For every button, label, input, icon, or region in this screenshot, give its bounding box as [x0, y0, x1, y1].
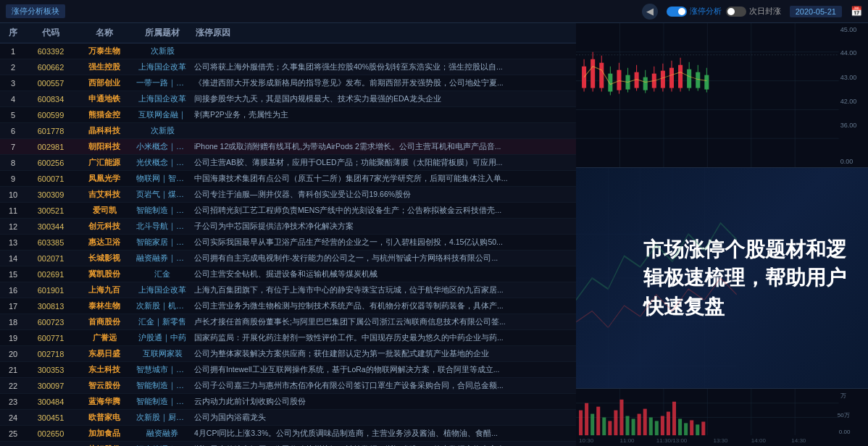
toggle-ciri[interactable]: 次日封涨 [726, 6, 781, 17]
table-row[interactable]: 1 603392 万泰生物 次新股 [0, 43, 576, 59]
table-row[interactable]: 8 600256 广汇能源 光伏概念｜证... 公司主营AB胶、薄膜基材，应用于… [0, 155, 576, 171]
candlestick-chart: 45.00 44.00 43.00 42.00 36.00 0.00 [576, 23, 868, 167]
table-row[interactable]: 9 600071 凤凰光学 物联网｜智能... 中国海康技术集团有点公司（原五十… [0, 171, 576, 187]
table-row[interactable]: 21 300353 东土科技 智慧城市｜物... 公司拥有Intewell工业互… [0, 362, 576, 378]
table-row[interactable]: 6 601778 晶科科技 次新股 [0, 123, 576, 139]
svg-rect-76 [667, 412, 670, 436]
cell-num: 18 [0, 318, 26, 327]
toggle-zhangting-dot[interactable] [667, 7, 687, 17]
toggle-ciri-dot[interactable] [726, 7, 746, 17]
cell-code: 300813 [26, 302, 75, 311]
cell-name: 首商股份 [75, 316, 133, 327]
cell-reason: 云内动力此前计划收购公司股份 [191, 397, 576, 407]
svg-rect-80 [690, 420, 693, 435]
cell-code: 300451 [26, 413, 75, 422]
table-row[interactable]: 26 600126 杭钢股份 污水处理｜环... 浙江最大的综合钢厂；公司收购杭… [0, 442, 576, 446]
svg-rect-77 [672, 402, 676, 435]
cell-reason: 公司主营AB胶、薄膜基材，应用于OLED产品；功能聚酯薄膜（太阳能背板膜）可应用… [191, 158, 576, 168]
table-row[interactable]: 3 000557 西部创业 一带一路｜生... 《推进西部大开发形成新格局的指导… [0, 75, 576, 91]
toggle-group: 涨停分析 次日封涨 [667, 6, 781, 17]
cell-num: 17 [0, 302, 26, 311]
date-badge[interactable]: 2020-05-21 [790, 6, 842, 17]
board-tag[interactable]: 涨停分析板块 [6, 4, 65, 18]
cell-reason: 公司主营业务为微生物检测与控制技术系统产品、有机物分析仪器等制药装备，具体产..… [191, 301, 576, 311]
table-row[interactable]: 25 002650 加加食品 融资融券 4月CPI同比上涨3.3%。公司为优质调… [0, 426, 576, 442]
svg-text:11:30/13:00: 11:30/13:00 [656, 437, 688, 444]
svg-text:11:00: 11:00 [619, 437, 635, 444]
cell-reason: 公司主营安全钻机、掘进设备和运输机械等煤炭机械 [191, 269, 576, 279]
cell-code: 300353 [26, 366, 75, 374]
cell-reason: 公司拥有Intewell工业互联网操作系统，基于LoRa的物联网解决方案，联合阿… [191, 365, 576, 375]
table-row[interactable]: 13 603385 惠达卫浴 智能家居｜碧... 公司实际我国最早从事卫浴产品生… [0, 235, 576, 251]
table-row[interactable]: 18 600723 首商股份 汇金｜新零售 卢长才接任首商股份董事长;与阿里巴巴… [0, 314, 576, 330]
col-header-theme: 所属题材 [133, 27, 191, 39]
table-row[interactable]: 14 002071 长城影视 融资融券｜高... 公司拥有自主完成电视制作-发行… [0, 251, 576, 266]
table-panel: 序 代码 名称 所属题材 涨停原因 1 603392 万泰生物 次新股 2 60… [0, 23, 576, 446]
table-row[interactable]: 15 002691 冀凯股份 汇金 公司主营安全钻机、掘进设备和运输机械等煤炭机… [0, 266, 576, 282]
svg-rect-71 [638, 414, 641, 436]
svg-rect-72 [643, 409, 647, 436]
table-row[interactable]: 23 300484 蓝海华腾 智能制造｜工... 云内动力此前计划收购公司股份 [0, 394, 576, 410]
cell-name: 冀凯股份 [75, 269, 133, 279]
cell-name: 西部创业 [75, 77, 133, 88]
table-row[interactable]: 10 300309 吉艾科技 页岩气｜煤轮... 公司专注于油服—测井仪器、青科… [0, 187, 576, 203]
table-row[interactable]: 7 002981 朝阳科技 小米概念｜次... iPhone 12或取消附赠有线… [0, 139, 576, 155]
cell-name: 惠达卫浴 [75, 237, 133, 248]
table-row[interactable]: 12 300344 创元科技 北斗导航｜PV... 子公司为中芯国际提供洁净技术… [0, 219, 576, 235]
cell-name: 智云股份 [75, 380, 133, 391]
table-row[interactable]: 20 002718 东易日盛 互联网家装 公司为整体家装解决方案供应商；获住建部… [0, 346, 576, 362]
toggle-zhangting[interactable]: 涨停分析 [667, 6, 722, 17]
cell-name: 加加食品 [75, 428, 133, 439]
cell-theme: 智能家居｜碧... [133, 237, 191, 248]
cell-num: 2 [0, 63, 26, 72]
cell-name: 东易日盛 [75, 348, 133, 359]
cell-reason: 卢长才接任首商股份董事长;与阿里巴巴集团下属公司浙江云淘联商信息技术有限公司签.… [191, 317, 576, 327]
table-row[interactable]: 2 600662 强生控股 上海国企改革 公司将获上海外服借壳；久事集团将强生控… [0, 59, 576, 75]
svg-rect-70 [632, 418, 635, 435]
svg-text:万: 万 [840, 392, 846, 399]
cell-name: 强生控股 [75, 62, 133, 72]
cell-theme: 汇金 [133, 269, 191, 279]
nav-back-button[interactable]: ◀ [642, 4, 658, 20]
svg-rect-79 [684, 423, 688, 435]
cell-num: 21 [0, 366, 26, 374]
svg-text:14:00: 14:00 [751, 437, 767, 444]
cell-name: 蓝海华腾 [75, 396, 133, 407]
cell-num: 5 [0, 111, 26, 119]
cell-theme: 小米概念｜次... [133, 141, 191, 152]
cell-code: 300309 [26, 190, 75, 199]
cell-reason: 4月CPI同比上涨3.3%。公司为优质调味品制造商，主营业务涉及酱油、植物油、食… [191, 429, 576, 439]
table-row[interactable]: 17 300813 泰林生物 次新股｜机器... 公司主营业务为微生物检测与控制… [0, 298, 576, 314]
top-bar-controls: ◀ 涨停分析 次日封涨 2020-05-21 📅 [642, 4, 862, 20]
cell-name: 朝阳科技 [75, 141, 133, 152]
cell-theme: 次新股 [133, 46, 191, 56]
cell-theme: 上海国企改革 [133, 62, 191, 72]
col-header-num: 序 [0, 27, 26, 39]
cell-reason: 公司为国内浴霸龙头 [191, 413, 576, 423]
svg-rect-78 [678, 418, 682, 435]
table-row[interactable]: 5 600599 熊猫金控 互联网金融｜ 剥离P2P业务，壳属性为主 [0, 107, 576, 123]
table-row[interactable]: 4 600834 申通地铁 上海国企改革 间接参股华大九天，其是国内规模最大、技… [0, 91, 576, 107]
svg-rect-64 [596, 407, 600, 436]
cell-code: 002071 [26, 254, 75, 263]
volume-chart: 10:30 11:00 11:30/13:00 13:30 14:00 14:3… [576, 389, 868, 446]
cell-theme: 智能制造｜3D... [133, 205, 191, 216]
table-row[interactable]: 16 601901 上海九百 上海国企改革 上海九百集团旗下，有位于上海市中心的… [0, 282, 576, 298]
cell-code: 600771 [26, 334, 75, 342]
svg-text:14:30: 14:30 [791, 437, 806, 444]
cell-name: 长城影视 [75, 253, 133, 264]
cell-code: 600723 [26, 318, 75, 327]
calendar-icon[interactable]: 📅 [851, 6, 862, 17]
cell-name: 凤凰光学 [75, 173, 133, 184]
svg-text:0.00: 0.00 [840, 158, 854, 165]
table-row[interactable]: 19 600771 广誉远 沪股通｜中药 国家药监局：开展化药注射剂一致性评价工… [0, 330, 576, 346]
cell-name: 万泰生物 [75, 46, 133, 56]
cell-num: 7 [0, 143, 26, 151]
cell-code: 300484 [26, 397, 75, 406]
table-row[interactable]: 11 300521 爱司凯 智能制造｜3D... 公司招聘光刻工艺工程师负责ME… [0, 203, 576, 219]
table-row[interactable]: 22 300097 智云股份 智能制造｜工... 公司子公司嘉三力与惠州市杰佰净… [0, 378, 576, 394]
cell-num: 19 [0, 334, 26, 342]
svg-text:36.00: 36.00 [840, 122, 857, 129]
cell-reason: 子公司为中芯国际提供洁净技术净化解决方案 [191, 222, 576, 232]
table-row[interactable]: 24 300451 欧普家电 次新股｜厨卫... 公司为国内浴霸龙头 [0, 410, 576, 426]
